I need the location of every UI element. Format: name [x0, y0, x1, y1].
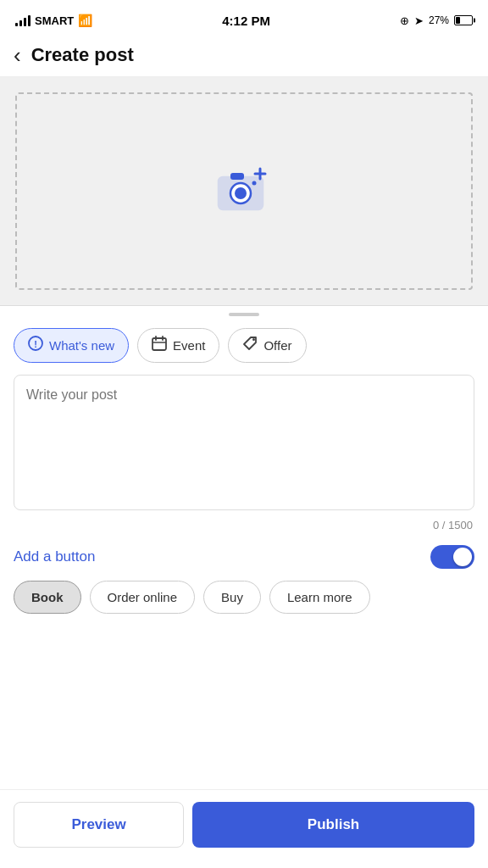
- svg-point-13: [252, 338, 255, 341]
- add-button-label[interactable]: Add a button: [14, 548, 95, 565]
- page-title: Create post: [31, 44, 134, 66]
- tab-offer[interactable]: Offer: [228, 328, 306, 363]
- signal-icon: [15, 14, 30, 26]
- wifi-icon: 📶: [78, 14, 92, 27]
- handle-bar: [229, 313, 259, 316]
- add-button-toggle[interactable]: [430, 545, 474, 569]
- header: ‹ Create post: [0, 37, 488, 77]
- battery-percent: 27%: [429, 14, 449, 26]
- svg-text:!: !: [34, 339, 37, 349]
- camera-add-icon[interactable]: [215, 165, 273, 218]
- whats-new-icon: !: [28, 336, 43, 355]
- battery-icon: [454, 15, 473, 25]
- button-options: Book Order online Buy Learn more: [0, 581, 488, 627]
- status-right: ⊕ ➤ 27%: [400, 14, 473, 27]
- tab-event[interactable]: Event: [137, 328, 219, 363]
- tab-event-label: Event: [173, 338, 205, 353]
- scroll-handle: [0, 306, 488, 320]
- char-count: 0 / 1500: [14, 519, 474, 531]
- status-left: SMART 📶: [15, 14, 92, 27]
- location-icon: ⊕: [400, 14, 409, 27]
- post-textarea[interactable]: [14, 375, 474, 510]
- event-icon: [152, 336, 167, 355]
- status-time: 4:12 PM: [222, 14, 270, 28]
- svg-point-4: [252, 181, 257, 185]
- image-upload-area[interactable]: [0, 77, 488, 306]
- bottom-actions: Preview Publish: [0, 789, 488, 868]
- add-button-row: Add a button: [0, 531, 488, 581]
- preview-button[interactable]: Preview: [14, 802, 184, 848]
- post-textarea-container: 0 / 1500: [0, 375, 488, 531]
- option-buy[interactable]: Buy: [203, 581, 261, 614]
- option-order-online[interactable]: Order online: [90, 581, 196, 614]
- tab-offer-label: Offer: [263, 338, 291, 353]
- svg-rect-9: [152, 338, 166, 350]
- svg-point-2: [235, 187, 247, 199]
- offer-icon: [242, 336, 258, 355]
- tab-whats-new[interactable]: ! What's new: [14, 328, 129, 363]
- tab-whats-new-label: What's new: [49, 338, 114, 353]
- navigation-icon: ➤: [414, 14, 424, 27]
- back-button[interactable]: ‹: [14, 44, 31, 66]
- publish-button[interactable]: Publish: [192, 802, 474, 848]
- carrier-name: SMART: [35, 14, 74, 27]
- post-type-tabs: ! What's new Event Offer: [0, 320, 488, 375]
- option-book[interactable]: Book: [14, 581, 81, 614]
- status-bar: SMART 📶 4:12 PM ⊕ ➤ 27%: [0, 0, 488, 37]
- option-learn-more[interactable]: Learn more: [269, 581, 370, 614]
- svg-rect-3: [230, 173, 244, 180]
